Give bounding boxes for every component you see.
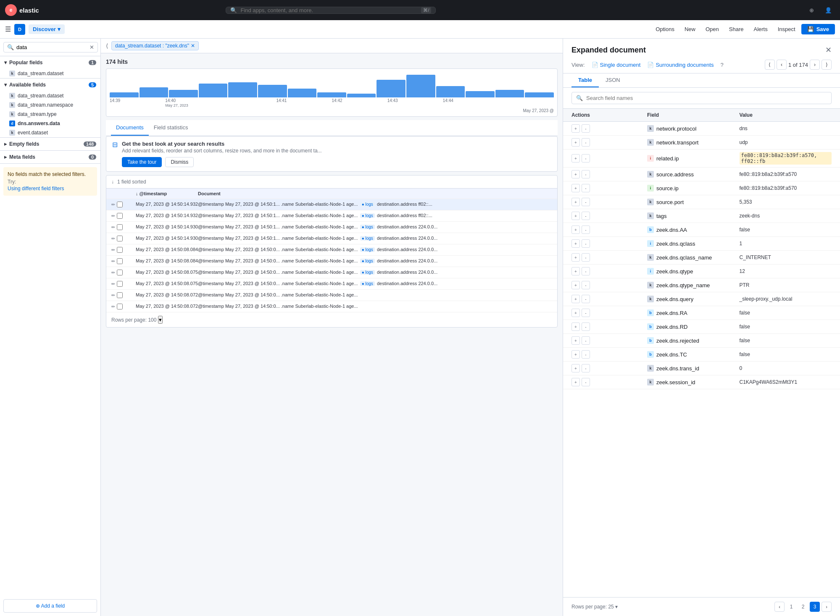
tab-documents[interactable]: Documents [111, 120, 149, 136]
filter-in-button[interactable]: + [571, 295, 580, 303]
filter-out-button[interactable]: - [582, 253, 590, 262]
available-field-data-stream-dataset[interactable]: k data_stream.dataset [0, 91, 100, 100]
row-checkbox[interactable] [117, 292, 123, 298]
row-checkbox[interactable] [117, 247, 123, 253]
filter-in-button[interactable]: + [571, 350, 580, 359]
help-icon[interactable]: ⊕ [805, 3, 818, 17]
row-checkbox[interactable] [117, 270, 123, 275]
row-checkbox[interactable] [117, 224, 123, 230]
empty-fields-header[interactable]: ▸ Empty fields 148 [0, 138, 100, 150]
discover-button[interactable]: Discover ▾ [29, 24, 65, 34]
filter-in-button[interactable]: + [571, 212, 580, 220]
timestamp-header[interactable]: ↓ @timestamp [136, 191, 195, 196]
filter-out-button[interactable]: - [582, 225, 590, 234]
row-expand-button[interactable]: ✏ [111, 213, 115, 219]
row-checkbox[interactable] [117, 258, 123, 264]
filter-in-button[interactable]: + [571, 364, 580, 372]
panel-search-inner[interactable]: 🔍 [571, 92, 832, 104]
alerts-button[interactable]: Alerts [749, 24, 772, 34]
options-button[interactable]: Options [651, 24, 679, 34]
row-expand-button[interactable]: ✏ [111, 270, 115, 275]
filter-out-button[interactable]: - [582, 154, 590, 163]
filter-in-button[interactable]: + [571, 170, 580, 178]
open-button[interactable]: Open [701, 24, 723, 34]
row-expand-button[interactable]: ✏ [111, 247, 115, 253]
row-expand-button[interactable]: ✏ [111, 281, 115, 287]
next-page-button[interactable]: › [810, 60, 820, 70]
popular-field-item[interactable]: k data_stream.dataset [0, 69, 100, 78]
take-tour-button[interactable]: Take the tour [122, 157, 162, 167]
filter-chip-close-icon[interactable]: ✕ [191, 43, 195, 49]
tab-field-statistics[interactable]: Field statistics [149, 120, 193, 136]
no-match-suggestion[interactable]: Using different field filters [8, 186, 93, 191]
filter-out-button[interactable]: - [582, 124, 590, 133]
dismiss-button[interactable]: Dismiss [165, 157, 194, 167]
filter-out-button[interactable]: - [582, 239, 590, 248]
prev-page-button[interactable]: ‹ [777, 60, 787, 70]
page-1-button[interactable]: 1 [786, 602, 796, 612]
filter-out-button[interactable]: - [582, 309, 590, 317]
sidebar-collapse-button[interactable]: ⟨ [106, 42, 108, 49]
filter-in-button[interactable]: + [571, 225, 580, 234]
filter-in-button[interactable]: + [571, 378, 580, 386]
row-checkbox[interactable] [117, 281, 123, 287]
available-field-data-stream-type[interactable]: k data_stream.type [0, 110, 100, 119]
page-2-button[interactable]: 2 [798, 602, 808, 612]
filter-in-button[interactable]: + [571, 281, 580, 289]
popular-fields-header[interactable]: ▾ Popular fields 1 [0, 56, 100, 69]
next-page-button[interactable]: › [822, 602, 832, 612]
row-checkbox[interactable] [117, 236, 123, 241]
filter-out-button[interactable]: - [582, 350, 590, 359]
filter-in-button[interactable]: + [571, 154, 580, 163]
filter-in-button[interactable]: + [571, 124, 580, 133]
available-field-dns-answers-data[interactable]: d dns.answers.data [0, 119, 100, 128]
filter-in-button[interactable]: + [571, 138, 580, 147]
filter-out-button[interactable]: - [582, 184, 590, 192]
last-page-button[interactable]: ⟩ [822, 60, 832, 70]
filter-in-button[interactable]: + [571, 322, 580, 331]
filter-out-button[interactable]: - [582, 336, 590, 345]
row-expand-button[interactable]: ✏ [111, 202, 115, 207]
row-expand-button[interactable]: ✏ [111, 259, 115, 264]
filter-out-button[interactable]: - [582, 198, 590, 206]
new-button[interactable]: New [680, 24, 700, 34]
inspect-button[interactable]: Inspect [774, 24, 800, 34]
filter-out-button[interactable]: - [582, 281, 590, 289]
filter-in-button[interactable]: + [571, 198, 580, 206]
filter-in-button[interactable]: + [571, 336, 580, 345]
row-checkbox[interactable] [117, 202, 123, 207]
filter-in-button[interactable]: + [571, 253, 580, 262]
prev-page-button[interactable]: ‹ [774, 602, 785, 612]
filter-out-button[interactable]: - [582, 322, 590, 331]
sidebar-search-inner[interactable]: 🔍 ✕ [3, 42, 98, 52]
filter-in-button[interactable]: + [571, 267, 580, 275]
filter-in-button[interactable]: + [571, 239, 580, 248]
save-button[interactable]: 💾 Save [801, 24, 835, 34]
available-field-event-dataset[interactable]: k event.dataset [0, 128, 100, 137]
row-checkbox[interactable] [117, 213, 123, 219]
row-expand-button[interactable]: ✏ [111, 304, 115, 309]
clear-search-button[interactable]: ✕ [90, 44, 94, 50]
available-field-data-stream-namespace[interactable]: k data_stream.namespace [0, 100, 100, 110]
filter-out-button[interactable]: - [582, 212, 590, 220]
page-3-button[interactable]: 3 [810, 602, 820, 612]
filter-chip[interactable]: data_stream.dataset : "zeek.dns" ✕ [111, 41, 199, 50]
filter-out-button[interactable]: - [582, 378, 590, 386]
row-expand-button[interactable]: ✏ [111, 236, 115, 241]
surrounding-docs-link[interactable]: 📄 Surrounding documents [647, 62, 714, 68]
row-expand-button[interactable]: ✏ [111, 225, 115, 230]
add-field-button[interactable]: ⊕ Add a field [3, 599, 97, 613]
available-fields-header[interactable]: ▾ Available fields 5 [0, 79, 100, 91]
global-search-bar[interactable]: 🔍 ⌘/ [226, 7, 436, 14]
first-page-button[interactable]: ⟨ [765, 60, 775, 70]
panel-tab-table[interactable]: Table [571, 73, 599, 87]
single-doc-link[interactable]: 📄 Single document [592, 62, 641, 68]
rows-per-page-dropdown[interactable]: ▾ [158, 316, 163, 324]
filter-out-button[interactable]: - [582, 267, 590, 275]
row-checkbox[interactable] [117, 304, 123, 309]
filter-out-button[interactable]: - [582, 138, 590, 147]
share-button[interactable]: Share [725, 24, 748, 34]
panel-tab-json[interactable]: JSON [599, 73, 627, 87]
meta-fields-header[interactable]: ▸ Meta fields 0 [0, 151, 100, 163]
global-search-input[interactable] [240, 7, 418, 13]
